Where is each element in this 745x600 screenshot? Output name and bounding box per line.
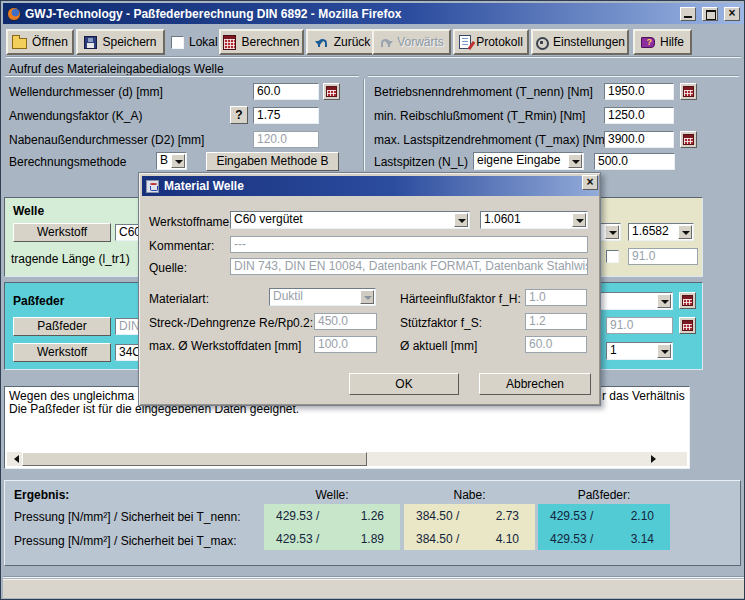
help-button[interactable]: Hilfe [633, 29, 692, 55]
shaft-diameter-input[interactable]: 60.0 [253, 83, 319, 100]
pressure-value: 429.53 / [550, 532, 593, 546]
maximize-button[interactable] [702, 7, 718, 21]
results-title: Ergebnis: [14, 488, 69, 502]
status-line: Aufruf des Materialeingabedialogs Welle [9, 62, 224, 76]
nabe-length-input: 91.0 [628, 248, 698, 265]
shaft-diameter-calc-button[interactable] [323, 83, 340, 100]
lokal-checkbox[interactable] [171, 36, 184, 49]
chevron-down-icon [454, 213, 468, 227]
settings-button[interactable]: Einstellungen [531, 29, 629, 55]
chevron-down-icon [572, 213, 586, 227]
lokal-checkbox-group: Lokal [171, 29, 217, 55]
durchmesser-aktuell-label: Ø aktuell [mm] [400, 339, 477, 353]
chevron-down-icon [657, 344, 671, 358]
haerte-label: Härteeinflußfaktor f_H: [400, 292, 521, 306]
max-durchmesser-label: max. Ø Werkstoffdaten [mm] [149, 339, 301, 353]
quelle-label: Quelle: [149, 261, 187, 275]
method-b-inputs-button[interactable]: Eingaben Methode B [206, 152, 339, 171]
passfeder-carry-length-input: 91.0 [606, 317, 673, 334]
groupbox-line-right [368, 75, 739, 77]
streckgrenze-input: 450.0 [314, 313, 377, 330]
durchmesser-aktuell-input: 60.0 [525, 336, 587, 353]
load-peaks-select[interactable]: eigene Eingabe [473, 152, 584, 170]
application-factor-help-button[interactable]: ? [230, 106, 248, 124]
material-number-select[interactable]: 1.0601 [480, 211, 588, 229]
materialart-label: Materialart: [149, 292, 209, 306]
passfeder-section-title: Paßfeder [13, 294, 64, 308]
material-welle-dialog: Material Welle Werkstoffname C60 vergüte… [138, 172, 601, 406]
horizontal-scrollbar[interactable] [7, 452, 687, 466]
pressure-value: 384.50 / [416, 532, 459, 546]
nominal-torque-input[interactable]: 1950.0 [604, 83, 674, 100]
dialog-titlebar[interactable]: Material Welle [142, 176, 599, 196]
passfeder-count-select[interactable]: 1 [606, 342, 673, 360]
werkstoffname-select[interactable]: C60 vergütet [230, 211, 470, 229]
back-button[interactable]: Zurück [306, 29, 380, 55]
max-durchmesser-input: 100.0 [314, 336, 377, 353]
message-line1-right: r das Verhältnis ltr [602, 390, 688, 403]
results-passfeder-tnenn: 429.53 /2.10 [538, 504, 670, 527]
results-passfeder-tmax: 429.53 /3.14 [538, 527, 670, 550]
forward-arrow-icon [379, 37, 392, 48]
help-button-label: Hilfe [660, 35, 684, 49]
chevron-down-icon [568, 154, 582, 168]
lokal-label: Lokal [189, 35, 218, 49]
results-col-nabe: Nabe: [404, 488, 535, 502]
passfeder-button[interactable]: Paßfeder [13, 317, 111, 336]
scroll-left-arrow[interactable] [7, 452, 21, 466]
kommentar-input: --- [230, 236, 588, 253]
ok-button[interactable]: OK [349, 373, 459, 395]
peak-torque-calc-button[interactable] [680, 131, 697, 148]
haerte-input: 1.0 [525, 289, 587, 306]
gear-icon [535, 36, 548, 49]
dialog-close-icon[interactable] [582, 175, 598, 190]
shaft-diameter-label: Wellendurchmesser (d) [mm] [9, 85, 163, 99]
close-button[interactable] [724, 7, 740, 21]
results-welle-tmax: 429.53 /1.89 [264, 527, 400, 550]
document-icon [459, 35, 471, 49]
results-col-welle: Welle: [264, 488, 400, 502]
results-welle-tnenn: 429.53 /1.26 [264, 504, 400, 527]
scroll-right-arrow[interactable] [645, 452, 659, 466]
passfeder-length-calc-button[interactable] [679, 292, 696, 309]
nabe-length-checkbox[interactable] [606, 250, 619, 263]
calculate-button[interactable]: Berechnen [219, 29, 304, 55]
back-arrow-icon [316, 37, 329, 48]
chevron-down-icon [605, 225, 619, 239]
floppy-disk-icon [84, 36, 97, 49]
method-label: Berechnungsmethode [9, 155, 126, 169]
nabe-material-number-select[interactable]: 1.6582 [628, 223, 694, 241]
results-nabe-tmax: 384.50 /4.10 [404, 527, 535, 550]
open-button[interactable]: Öffnen [6, 29, 74, 55]
materialart-select: Duktil [269, 288, 376, 306]
application-factor-input[interactable]: 1.75 [253, 107, 319, 124]
minimize-button[interactable] [680, 7, 696, 21]
chevron-down-icon [657, 294, 671, 308]
protocol-button[interactable]: Protokoll [453, 29, 529, 55]
quelle-input: DIN 743, DIN EN 10084, Datenbank FORMAT,… [230, 258, 588, 275]
load-peaks-label: Lastspitzen (N_L) [374, 155, 468, 169]
load-peaks-input[interactable]: 500.0 [594, 153, 675, 170]
welle-length-label: tragende Länge (l_tr1) [11, 252, 130, 266]
scrollbar-thumb[interactable] [22, 452, 367, 466]
cancel-button[interactable]: Abbrechen [479, 373, 591, 395]
hub-outer-diameter-input: 120.0 [253, 131, 319, 148]
nominal-torque-calc-button[interactable] [680, 83, 697, 100]
save-button[interactable]: Speichern [76, 29, 165, 55]
settings-button-label: Einstellungen [553, 35, 625, 49]
peak-torque-input[interactable]: 3900.0 [604, 131, 674, 148]
welle-werkstoff-button[interactable]: Werkstoff [13, 223, 111, 242]
results-nabe-tnenn: 384.50 /2.73 [404, 504, 535, 527]
passfeder-carry-length-calc-button[interactable] [679, 317, 696, 334]
message-line1-left: Wegen des ungleichma [9, 390, 142, 403]
chevron-down-icon [360, 290, 374, 304]
calculator-icon [326, 86, 337, 97]
window-titlebar[interactable]: GWJ-Technology - Paßfederberechnung DIN … [3, 3, 744, 24]
results-col-passfeder: Paßfeder: [538, 488, 670, 502]
safety-value: 4.10 [496, 532, 519, 546]
pressure-value: 429.53 / [276, 532, 319, 546]
friction-torque-input[interactable]: 1250.0 [604, 107, 674, 124]
java-coffee-icon [146, 180, 159, 193]
passfeder-werkstoff-button[interactable]: Werkstoff [13, 343, 111, 362]
method-select[interactable]: B [156, 152, 187, 170]
